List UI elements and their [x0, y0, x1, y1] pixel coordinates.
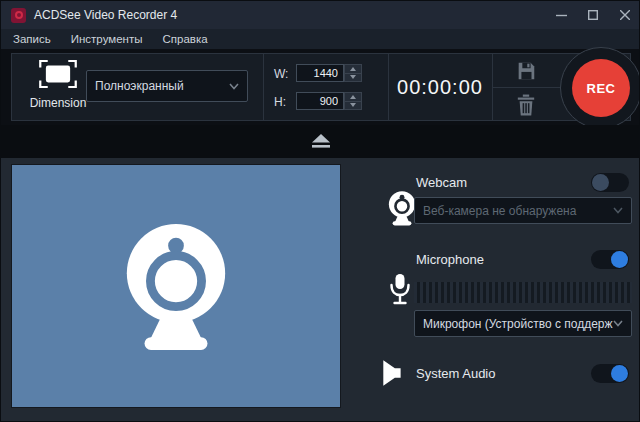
webcam-icon [387, 190, 417, 228]
titlebar: ACDSee Video Recorder 4 [1, 1, 640, 29]
trash-icon [516, 94, 536, 116]
chevron-down-icon [613, 320, 623, 327]
acdsee-video-recorder-window: ACDSee Video Recorder 4 Запись Инструмен… [0, 0, 640, 422]
close-button[interactable] [609, 1, 640, 29]
toolbar-divider [263, 54, 264, 120]
collapse-strip [1, 125, 640, 158]
arrow-down-icon [350, 103, 356, 107]
dimension-group: Dimension [20, 60, 96, 116]
webcam-toggle[interactable] [591, 173, 629, 192]
height-input[interactable] [296, 92, 344, 110]
main-area: Webcam Веб-камера не обнаружена Micropho… [1, 158, 640, 422]
microphone-icon [388, 273, 412, 307]
height-stepper[interactable] [344, 92, 362, 110]
webcam-device-value: Веб-камера не обнаружена [423, 204, 613, 218]
microphone-device-value: Микрофон (Устройство с поддерж [423, 317, 613, 331]
microphone-label: Microphone [416, 252, 484, 267]
height-label: H: [274, 95, 286, 109]
record-button[interactable]: REC [572, 59, 630, 117]
system-audio-label: System Audio [416, 366, 496, 381]
height-step-up[interactable] [344, 92, 362, 102]
webcam-label: Webcam [416, 175, 467, 190]
save-button[interactable] [492, 54, 560, 87]
width-stepper[interactable] [344, 64, 362, 82]
width-label: W: [274, 67, 288, 81]
arrow-up-icon [350, 95, 356, 99]
width-input[interactable] [296, 64, 344, 82]
maximize-button[interactable] [577, 1, 609, 29]
dimension-icon [39, 60, 77, 88]
webcam-preview [11, 164, 341, 408]
chevron-down-icon [613, 207, 623, 214]
microphone-device-select[interactable]: Микрофон (Устройство с поддерж [414, 310, 632, 337]
save-icon [515, 60, 537, 82]
record-button-ring: REC [560, 47, 640, 129]
menu-help[interactable]: Справка [152, 33, 217, 45]
recording-timer: 00:00:00 [388, 54, 492, 120]
toolbar: Dimension Полноэкранный W: H: 00:00:00 [1, 49, 640, 125]
microphone-level-meter [414, 282, 632, 303]
height-step-down[interactable] [344, 102, 362, 111]
menubar: Запись Инструменты Справка [1, 29, 640, 49]
eject-icon [311, 134, 331, 149]
arrow-down-icon [350, 75, 356, 79]
speaker-icon [381, 360, 411, 386]
webcam-device-select[interactable]: Веб-камера не обнаружена [414, 197, 632, 224]
microphone-toggle[interactable] [591, 250, 629, 269]
window-title: ACDSee Video Recorder 4 [34, 8, 177, 22]
arrow-up-icon [350, 67, 356, 71]
width-step-up[interactable] [344, 64, 362, 74]
menu-record[interactable]: Запись [1, 33, 61, 45]
minimize-button[interactable] [545, 1, 577, 29]
dimension-mode-value: Полноэкранный [95, 79, 229, 93]
app-logo-icon [11, 8, 26, 23]
dimension-mode-select[interactable]: Полноэкранный [86, 70, 248, 102]
chevron-down-icon [229, 83, 239, 90]
toolbar-panel: Dimension Полноэкранный W: H: 00:00:00 [11, 53, 631, 121]
webcam-placeholder-icon [117, 217, 235, 355]
menu-tools[interactable]: Инструменты [61, 33, 153, 45]
dimension-label: Dimension [20, 96, 96, 110]
system-audio-toggle[interactable] [591, 364, 629, 383]
delete-recording-button[interactable] [492, 88, 560, 121]
width-step-down[interactable] [344, 74, 362, 83]
collapse-panel-button[interactable] [311, 134, 331, 153]
